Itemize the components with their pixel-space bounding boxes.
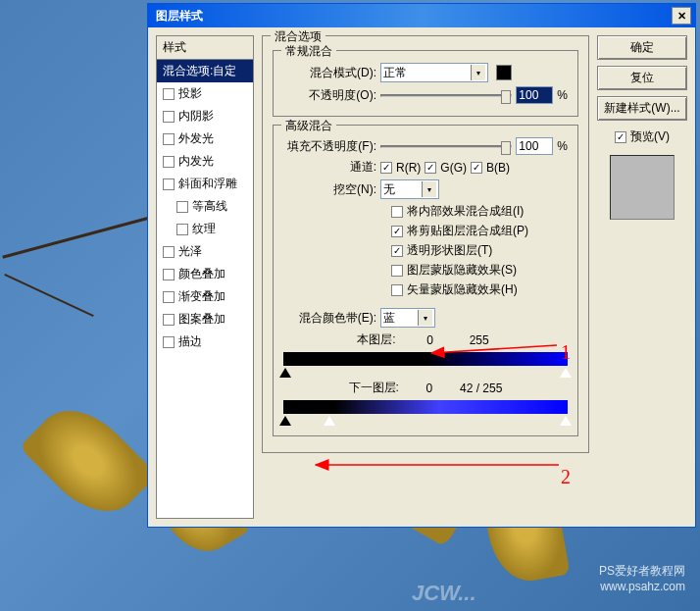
advanced-check-row: 将剪贴图层混合成组(P) [391, 223, 568, 239]
style-item-label: 纹理 [192, 221, 216, 237]
annotation-1: 1 [561, 341, 571, 364]
blend-if-dropdown[interactable]: 蓝 ▾ [380, 308, 435, 328]
style-item[interactable]: 斜面和浮雕 [157, 173, 253, 195]
channel-r-checkbox[interactable] [380, 162, 392, 174]
advanced-check-row: 图层蒙版隐藏效果(S) [391, 262, 568, 279]
gradient-marker-high[interactable] [560, 368, 572, 378]
style-item[interactable]: 外发光 [157, 127, 253, 150]
style-checkbox[interactable] [163, 133, 175, 145]
style-item[interactable]: 描边 [157, 331, 253, 353]
branch-decor [4, 274, 93, 317]
advanced-checkbox[interactable] [391, 226, 403, 237]
style-checkbox[interactable] [163, 88, 175, 100]
right-buttons-panel: 确定 复位 新建样式(W)... 预览(V) [597, 35, 687, 519]
channels-label: 通道: [283, 159, 376, 176]
advanced-check-label: 将内部效果混合成组(I) [407, 203, 524, 220]
advanced-checkbox[interactable] [391, 245, 403, 257]
advanced-check-label: 图层蒙版隐藏效果(S) [407, 262, 517, 279]
style-item-label: 描边 [178, 333, 202, 350]
advanced-check-row: 将内部效果混合成组(I) [391, 203, 568, 220]
watermark-jcw: JCW... [412, 581, 476, 606]
blend-mode-dropdown[interactable]: 正常 ▾ [380, 63, 488, 82]
style-item[interactable]: 纹理 [157, 218, 253, 240]
preview-swatch [610, 155, 675, 220]
new-style-button[interactable]: 新建样式(W)... [597, 96, 687, 121]
close-button[interactable]: ✕ [672, 7, 691, 25]
this-layer-gradient[interactable] [283, 352, 568, 366]
style-item-label: 外发光 [178, 130, 214, 147]
style-item-label: 斜面和浮雕 [178, 176, 237, 192]
fill-opacity-slider[interactable] [380, 145, 512, 148]
style-item[interactable]: 渐变叠加 [157, 285, 253, 308]
leaf-decor [19, 391, 157, 530]
knockout-dropdown[interactable]: 无 ▾ [380, 179, 439, 199]
style-item[interactable]: 内阴影 [157, 105, 253, 127]
gradient-marker-split[interactable] [324, 416, 335, 426]
gradient-marker-high[interactable] [560, 416, 572, 426]
style-item[interactable]: 光泽 [157, 240, 253, 263]
style-checkbox[interactable] [163, 314, 175, 326]
channel-b-checkbox[interactable] [471, 162, 482, 174]
opacity-label: 不透明度(O): [283, 87, 376, 104]
style-item[interactable]: 颜色叠加 [157, 263, 253, 285]
advanced-check-label: 矢量蒙版隐藏效果(H) [407, 281, 518, 298]
preview-checkbox[interactable] [615, 131, 626, 143]
fill-opacity-input[interactable] [516, 137, 553, 155]
style-checkbox[interactable] [163, 269, 175, 280]
general-blending-legend: 常规混合 [281, 43, 336, 60]
style-item-label: 颜色叠加 [178, 266, 225, 282]
preview-label: 预览(V) [630, 128, 670, 145]
chevron-down-icon: ▾ [422, 181, 436, 197]
titlebar[interactable]: 图层样式 ✕ [148, 4, 695, 27]
style-checkbox[interactable] [176, 224, 188, 235]
gradient-marker-low[interactable] [279, 416, 291, 426]
chevron-down-icon: ▾ [471, 65, 485, 80]
underlying-layer-gradient[interactable] [283, 400, 568, 414]
layer-style-dialog: 图层样式 ✕ 样式 混合选项:自定投影内阴影外发光内发光斜面和浮雕等高线纹理光泽… [147, 3, 696, 528]
advanced-checkbox[interactable] [391, 206, 403, 218]
chevron-down-icon: ▾ [418, 310, 432, 326]
style-item[interactable]: 投影 [157, 82, 253, 105]
fill-opacity-label: 填充不透明度(F): [283, 138, 376, 155]
main-options-panel: 混合选项 常规混合 混合模式(D): 正常 ▾ 不透明度(O): [262, 35, 589, 519]
this-layer-label: 本图层: [357, 331, 395, 348]
style-item-label: 渐变叠加 [178, 288, 225, 305]
styles-list-panel: 样式 混合选项:自定投影内阴影外发光内发光斜面和浮雕等高线纹理光泽颜色叠加渐变叠… [156, 35, 254, 519]
ok-button[interactable]: 确定 [597, 35, 687, 60]
opacity-slider[interactable] [380, 94, 512, 97]
gradient-marker-low[interactable] [279, 368, 291, 378]
style-item[interactable]: 等高线 [157, 195, 253, 218]
advanced-checkbox[interactable] [391, 265, 403, 277]
style-item-label: 光泽 [178, 243, 202, 260]
style-item-label: 内发光 [178, 153, 214, 170]
branch-decor [2, 215, 154, 258]
style-item[interactable]: 混合选项:自定 [157, 60, 253, 82]
channel-g-checkbox[interactable] [425, 162, 436, 174]
cancel-button[interactable]: 复位 [597, 66, 687, 90]
blend-if-label: 混合颜色带(E): [283, 310, 376, 327]
style-checkbox[interactable] [163, 246, 175, 258]
style-item-label: 等高线 [192, 198, 227, 215]
watermark-text: PS爱好者教程网 www.psahz.com [599, 563, 685, 593]
advanced-check-label: 将剪贴图层混合成组(P) [407, 223, 528, 239]
style-checkbox[interactable] [176, 201, 188, 213]
blend-color-swatch[interactable] [496, 65, 512, 80]
style-checkbox[interactable] [163, 178, 175, 190]
knockout-label: 挖空(N): [283, 181, 376, 198]
advanced-check-label: 透明形状图层(T) [407, 242, 492, 259]
style-item-label: 图案叠加 [178, 311, 225, 328]
style-checkbox[interactable] [163, 111, 175, 123]
style-item-label: 投影 [178, 85, 202, 102]
style-checkbox[interactable] [163, 336, 175, 348]
styles-header: 样式 [157, 36, 253, 60]
opacity-input[interactable] [516, 86, 553, 104]
style-item[interactable]: 内发光 [157, 150, 253, 173]
style-item-label: 混合选项:自定 [163, 63, 236, 79]
advanced-check-row: 矢量蒙版隐藏效果(H) [391, 281, 568, 298]
advanced-checkbox[interactable] [391, 284, 403, 296]
underlying-layer-label: 下一图层: [349, 380, 399, 396]
blend-mode-label: 混合模式(D): [283, 65, 376, 81]
style-checkbox[interactable] [163, 291, 175, 303]
style-item[interactable]: 图案叠加 [157, 308, 253, 331]
style-checkbox[interactable] [163, 156, 175, 168]
